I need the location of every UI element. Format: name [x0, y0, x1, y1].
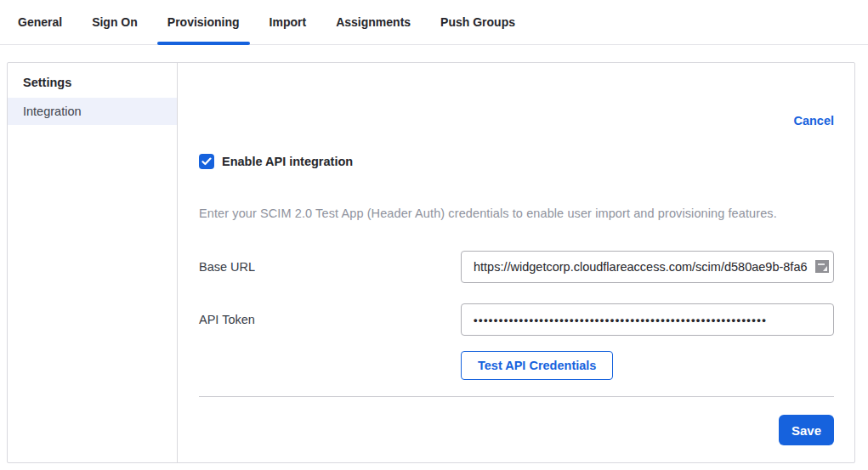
footer-divider [199, 396, 834, 397]
tab-general[interactable]: General [8, 0, 72, 44]
base-url-input[interactable] [461, 251, 834, 283]
enable-api-integration-label: Enable API integration [222, 155, 353, 168]
api-token-input[interactable] [461, 303, 834, 336]
integration-settings-panel: Cancel Enable API integration Enter your… [178, 63, 854, 462]
save-row: Save [199, 415, 834, 445]
enable-api-integration-checkbox[interactable] [199, 154, 214, 169]
base-url-input-wrap [461, 251, 834, 283]
cancel-row: Cancel [199, 114, 834, 127]
api-token-label: API Token [199, 313, 461, 326]
api-token-row: API Token [199, 303, 834, 336]
checkmark-icon [201, 157, 212, 166]
enable-api-integration-row: Enable API integration [199, 154, 834, 169]
sidebar-item-integration[interactable]: Integration [8, 98, 177, 125]
test-api-credentials-button[interactable]: Test API Credentials [461, 351, 613, 380]
base-url-row: Base URL [199, 251, 834, 283]
tab-import[interactable]: Import [259, 0, 317, 44]
save-button[interactable]: Save [779, 415, 834, 445]
tab-assignments[interactable]: Assignments [326, 0, 421, 44]
credentials-description: Enter your SCIM 2.0 Test App (Header Aut… [199, 207, 834, 220]
tab-push-groups[interactable]: Push Groups [430, 0, 525, 44]
tab-provisioning[interactable]: Provisioning [157, 0, 250, 44]
tab-sign-on[interactable]: Sign On [82, 0, 148, 44]
api-token-input-wrap [461, 303, 834, 336]
base-url-label: Base URL [199, 260, 461, 274]
app-tab-bar: General Sign On Provisioning Import Assi… [0, 0, 868, 45]
provisioning-card: Settings Integration Cancel Enable API i… [7, 62, 855, 463]
sidebar-header: Settings [8, 68, 177, 98]
settings-sidebar: Settings Integration [8, 63, 178, 462]
cancel-link[interactable]: Cancel [793, 114, 834, 127]
